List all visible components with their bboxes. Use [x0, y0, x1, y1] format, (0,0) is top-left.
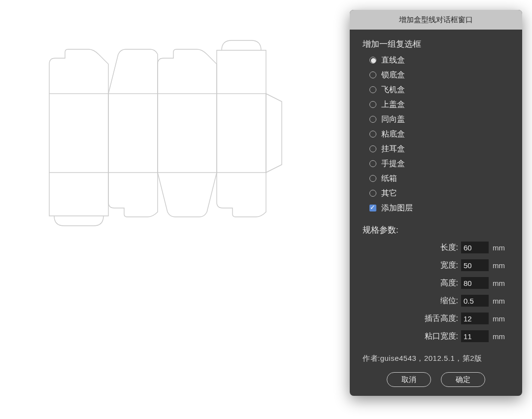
param-row-height: 高度: mm [363, 274, 509, 292]
length-input[interactable] [461, 242, 489, 253]
radio-option-handle-box[interactable]: 手提盒 [369, 156, 509, 171]
param-row-length: 长度: mm [363, 239, 509, 256]
checkbox-icon [369, 205, 376, 211]
radio-option-lock-bottom-box[interactable]: 锁底盒 [369, 68, 509, 82]
radio-icon [369, 175, 376, 182]
param-label: 缩位: [440, 296, 458, 306]
param-unit: mm [493, 279, 509, 287]
box-dieline-drawing [20, 5, 335, 281]
param-unit: mm [493, 297, 509, 305]
param-label: 粘口宽度: [425, 331, 458, 342]
param-unit: mm [493, 244, 509, 252]
param-label: 高度: [440, 278, 458, 288]
radio-option-carton[interactable]: 纸箱 [369, 171, 509, 186]
radio-label: 上盖盒 [381, 100, 405, 110]
radio-label: 飞机盒 [381, 85, 405, 95]
radio-icon [369, 190, 376, 197]
radio-label: 手提盒 [381, 159, 405, 169]
svg-rect-2 [158, 94, 217, 173]
radio-icon [369, 116, 376, 123]
param-row-offset: 缩位: mm [363, 292, 509, 310]
param-row-width: 宽度: mm [363, 256, 509, 274]
params-title: 规格参数: [363, 224, 509, 236]
dialog-title: 增加盒型线对话框窗口 [350, 10, 522, 30]
canvas-area [0, 0, 345, 419]
radio-icon [369, 160, 376, 167]
param-row-glue-width: 粘口宽度: mm [363, 327, 509, 345]
box-dieline-dialog: 增加盒型线对话框窗口 增加一组复选框 直线盒 锁底盒 飞机盒 上盖盒 同向盖 [350, 10, 522, 396]
cancel-button[interactable]: 取消 [387, 372, 431, 387]
glue-width-input[interactable] [461, 330, 489, 342]
box-type-group: 增加一组复选框 直线盒 锁底盒 飞机盒 上盖盒 同向盖 [350, 30, 522, 215]
box-type-radio-list: 直线盒 锁底盒 飞机盒 上盖盒 同向盖 粘底盒 [363, 53, 509, 215]
radio-option-other[interactable]: 其它 [369, 186, 509, 201]
radio-option-top-lid-box[interactable]: 上盖盒 [369, 97, 509, 112]
ok-button[interactable]: 确定 [441, 372, 485, 387]
param-label: 宽度: [440, 260, 458, 271]
radio-label: 锁底盒 [381, 70, 405, 80]
svg-rect-1 [108, 94, 158, 173]
param-label: 插舌高度: [425, 314, 458, 324]
param-unit: mm [493, 261, 509, 270]
param-unit: mm [493, 332, 509, 341]
radio-label: 挂耳盒 [381, 144, 405, 154]
radio-icon [369, 101, 376, 108]
svg-rect-0 [49, 94, 108, 173]
radio-icon [369, 57, 376, 64]
radio-option-straight-box[interactable]: 直线盒 [369, 53, 509, 68]
radio-label: 纸箱 [381, 174, 397, 184]
param-label: 长度: [440, 243, 458, 253]
width-input[interactable] [461, 259, 489, 271]
radio-option-airplane-box[interactable]: 飞机盒 [369, 82, 509, 97]
radio-option-same-direction-lid[interactable]: 同向盖 [369, 112, 509, 127]
radio-icon [369, 145, 376, 152]
checkbox-add-layer[interactable]: 添加图层 [369, 201, 509, 215]
author-note: 作者:guise4543，2012.5.1，第2版 [350, 345, 522, 363]
svg-rect-3 [217, 94, 266, 173]
param-row-tongue-height: 插舌高度: mm [363, 310, 509, 327]
params-section: 规格参数: 长度: mm 宽度: mm 高度: mm 缩位: mm 插舌高度: … [350, 215, 522, 345]
height-input[interactable] [461, 277, 489, 289]
radio-label: 同向盖 [381, 114, 405, 125]
radio-label: 其它 [381, 188, 397, 199]
radio-icon [369, 131, 376, 138]
radio-option-hanging-ear-box[interactable]: 挂耳盒 [369, 141, 509, 156]
radio-label: 直线盒 [381, 55, 405, 66]
radio-icon [369, 71, 376, 78]
radio-option-glue-bottom-box[interactable]: 粘底盒 [369, 127, 509, 141]
offset-input[interactable] [461, 295, 489, 307]
tongue-height-input[interactable] [461, 313, 489, 324]
radio-label: 粘底盒 [381, 129, 405, 140]
group-title: 增加一组复选框 [363, 38, 509, 50]
checkbox-label: 添加图层 [381, 203, 413, 213]
dialog-buttons: 取消 确定 [350, 363, 522, 387]
param-unit: mm [493, 314, 509, 323]
radio-icon [369, 86, 376, 93]
